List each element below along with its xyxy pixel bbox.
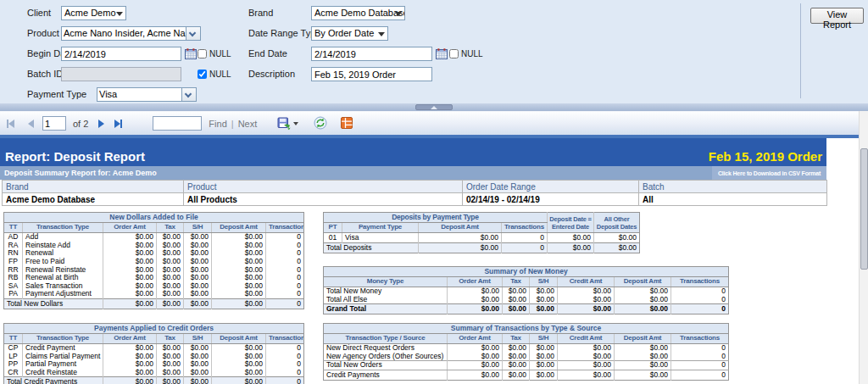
column-header: Money Type — [324, 277, 448, 287]
report-meta-table: Brand Product Order Date Range Batch Acm… — [2, 180, 827, 206]
column-header: Transactions — [671, 334, 729, 344]
cell: $0.00 — [103, 360, 157, 369]
splitter-grip[interactable] — [415, 104, 453, 110]
vertical-scrollbar[interactable] — [859, 111, 868, 384]
cell: $0.00 — [157, 290, 184, 298]
refresh-icon — [314, 116, 327, 130]
previous-page-button[interactable] — [28, 117, 34, 131]
cell: $0.00 — [212, 344, 266, 353]
calendar-icon[interactable] — [436, 48, 448, 59]
export-dropdown-caret[interactable] — [293, 122, 298, 125]
cell: $0.00 — [212, 290, 266, 298]
column-header: Transaction Type / Source — [324, 334, 448, 344]
column-header: S/H — [530, 277, 558, 287]
cell: Total Deposits — [324, 243, 419, 253]
cell: $0.00 — [157, 298, 184, 309]
cell: $0.00 — [212, 377, 266, 384]
find-text-input[interactable] — [153, 116, 202, 131]
column-header: Tax — [157, 223, 184, 233]
end-date-label: End Date — [248, 47, 287, 61]
cell: 0 — [266, 274, 304, 282]
brand-select[interactable]: Acme Demo Database — [311, 6, 405, 20]
brand-select-value: Acme Demo Database — [314, 8, 405, 18]
cell: $0.00 — [103, 249, 157, 258]
batch-id-null-checkbox[interactable] — [198, 70, 207, 79]
cell: $0.00 — [448, 353, 503, 361]
column-header: Deposit Amt — [212, 223, 266, 233]
table-title: New Dollars Added to File — [4, 213, 304, 223]
date-range-type-select[interactable]: By Order Date — [311, 26, 388, 41]
cell: LP — [4, 352, 23, 360]
end-date-input[interactable] — [311, 47, 432, 61]
collapse-arrow-icon — [431, 106, 437, 109]
page-count-label: of 2 — [73, 119, 88, 129]
column-header: Transaction Type — [23, 334, 103, 344]
cell: $0.00 — [184, 377, 212, 384]
column-header: Transactions — [502, 223, 548, 233]
cell: $0.00 — [503, 353, 530, 361]
cell: $0.00 — [448, 287, 503, 296]
column-header: S/H — [184, 334, 212, 344]
cell: Claims Partial Payment — [23, 352, 103, 360]
cell: 0 — [266, 249, 304, 258]
last-page-button[interactable] — [114, 117, 122, 131]
cell: Total New Orders — [324, 361, 448, 370]
cell: $0.00 — [184, 282, 212, 291]
client-select[interactable]: Acme Demo — [61, 6, 126, 20]
refresh-button[interactable] — [314, 116, 327, 131]
column-header: Deposit Date = Entered Date — [548, 213, 594, 233]
product-combobox-value: Acme Nano Insider, Acme Nano In — [61, 26, 186, 41]
cell: $0.00 — [615, 370, 671, 381]
meta-value-product: All Products — [184, 193, 463, 206]
cell: $0.00 — [558, 370, 615, 381]
begin-date-input[interactable] — [61, 47, 181, 61]
cell: RN — [4, 249, 23, 258]
cell: CR — [4, 369, 23, 377]
meta-value-order-date-range: 02/14/19 - 02/14/19 — [463, 193, 639, 206]
print-layout-button[interactable] — [341, 117, 353, 131]
subtotal-row: Total New Orders $0.00 $0.00 $0.00 $0.00… — [324, 361, 729, 370]
cell: $0.00 — [184, 241, 212, 249]
cell: AD — [4, 233, 23, 242]
meta-value-batch: All — [639, 193, 827, 206]
table-title-row: New Dollars Added to File — [4, 213, 304, 223]
vertical-scrollbar-thumb[interactable] — [860, 148, 868, 270]
batch-id-input[interactable] — [61, 67, 181, 81]
cell: New Direct Request Orders — [324, 344, 448, 353]
first-page-button[interactable] — [7, 117, 14, 131]
next-link[interactable]: Next — [238, 119, 258, 129]
product-dropdown-button[interactable] — [186, 26, 201, 41]
cell: $0.00 — [103, 290, 157, 298]
cell: $0.00 — [157, 265, 184, 274]
csv-download-link[interactable]: Click Here to Download in CSV Format — [712, 166, 826, 180]
view-report-button[interactable]: View Report — [810, 8, 864, 24]
begin-date-null-checkbox[interactable] — [198, 49, 207, 58]
cell: 0 — [671, 296, 729, 304]
find-link[interactable]: Find — [209, 119, 226, 129]
payment-type-dropdown-button[interactable] — [182, 87, 197, 102]
cell: $0.00 — [212, 265, 266, 274]
cell: 0 — [266, 241, 304, 249]
next-page-button[interactable] — [98, 117, 104, 131]
calendar-icon[interactable] — [185, 48, 197, 59]
cell: $0.00 — [558, 361, 615, 370]
export-button[interactable] — [277, 117, 298, 131]
end-date-null-checkbox[interactable] — [449, 49, 459, 58]
cell: $0.00 — [503, 344, 530, 353]
cell: $0.00 — [548, 243, 594, 253]
page-number-input[interactable] — [42, 116, 66, 131]
report-viewer-window: Client Acme Demo Brand Acme Demo Databas… — [0, 0, 868, 384]
cell: $0.00 — [503, 287, 530, 296]
cell: $0.00 — [448, 296, 503, 304]
horizontal-splitter[interactable] — [0, 103, 868, 111]
table-header-row: Transaction Type / Source Order Amt Tax … — [324, 334, 729, 344]
cell: 0 — [266, 360, 304, 369]
cell: $0.00 — [184, 344, 212, 353]
cell: $0.00 — [184, 265, 212, 274]
product-combobox[interactable]: Acme Nano Insider, Acme Nano In — [61, 26, 201, 41]
cell: $0.00 — [184, 369, 212, 377]
payment-type-combobox[interactable]: Visa — [97, 87, 197, 102]
cell: Credit Payments — [324, 370, 448, 381]
description-input[interactable] — [311, 67, 432, 81]
cell: $0.00 — [615, 304, 671, 314]
